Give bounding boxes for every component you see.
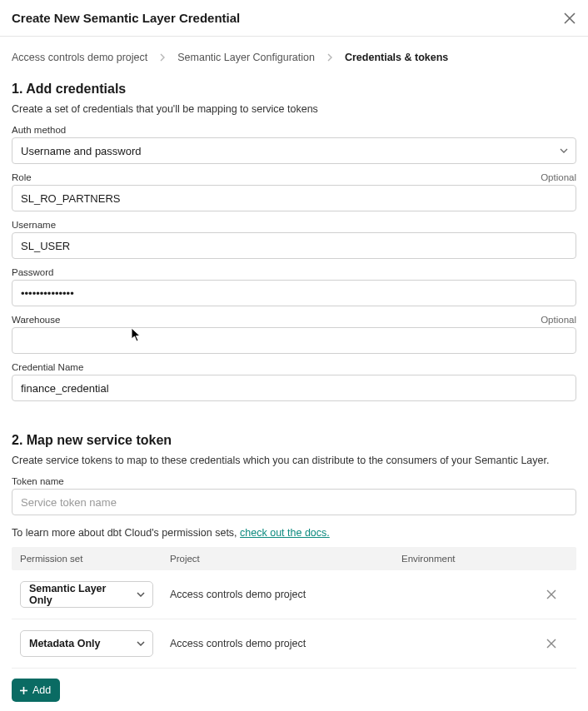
close-icon[interactable]: [563, 12, 576, 25]
section-title-token: 2. Map new service token: [12, 433, 576, 448]
optional-tag: Optional: [541, 172, 576, 182]
chevron-right-icon: [327, 53, 332, 62]
col-header-permission-set: Permission set: [20, 554, 170, 564]
col-header-project: Project: [170, 554, 401, 564]
token-name-label: Token name: [12, 476, 64, 486]
role-input[interactable]: [12, 185, 576, 211]
chevron-down-icon: [137, 641, 145, 646]
warehouse-input[interactable]: [12, 327, 576, 354]
col-header-environment: Environment: [401, 554, 535, 564]
password-label: Password: [12, 267, 54, 277]
add-button[interactable]: Add: [12, 679, 60, 702]
password-input[interactable]: [12, 280, 576, 306]
table-row: Semantic Layer Only Access controls demo…: [12, 570, 576, 619]
breadcrumb-item-3: Credentials & tokens: [345, 52, 448, 63]
table-row: Metadata Only Access controls demo proje…: [12, 619, 576, 669]
section-desc-token: Create service tokens to map to these cr…: [12, 455, 576, 466]
delete-row-icon[interactable]: [535, 589, 568, 599]
breadcrumb: Access controls demo project Semantic La…: [12, 37, 576, 82]
permission-set-select[interactable]: Metadata Only: [20, 630, 153, 657]
section-title-credentials: 1. Add credentials: [12, 82, 576, 97]
permission-set-select[interactable]: Semantic Layer Only: [20, 581, 153, 608]
auth-method-select[interactable]: [12, 137, 576, 164]
delete-row-icon[interactable]: [535, 639, 568, 649]
plus-icon: [19, 686, 28, 695]
role-label: Role: [12, 172, 32, 182]
username-input[interactable]: [12, 232, 576, 259]
warehouse-label: Warehouse: [12, 315, 60, 325]
docs-text: To learn more about dbt Cloud's permissi…: [12, 527, 576, 539]
optional-tag: Optional: [541, 315, 576, 325]
section-desc-credentials: Create a set of credentials that you'll …: [12, 103, 576, 115]
breadcrumb-item-2[interactable]: Semantic Layer Configuration: [177, 52, 315, 63]
project-cell: Access controls demo project: [170, 638, 401, 649]
modal-title: Create New Semantic Layer Credential: [12, 11, 240, 25]
permission-table: Permission set Project Environment Seman…: [12, 547, 576, 669]
auth-method-label: Auth method: [12, 125, 66, 135]
breadcrumb-item-1[interactable]: Access controls demo project: [12, 52, 147, 63]
project-cell: Access controls demo project: [170, 589, 401, 600]
chevron-down-icon: [137, 592, 145, 597]
credential-name-input[interactable]: [12, 375, 576, 401]
docs-link[interactable]: check out the docs.: [240, 527, 330, 539]
chevron-right-icon: [160, 53, 165, 62]
token-name-input[interactable]: [12, 489, 576, 515]
username-label: Username: [12, 220, 56, 230]
credential-name-label: Credential Name: [12, 362, 83, 372]
